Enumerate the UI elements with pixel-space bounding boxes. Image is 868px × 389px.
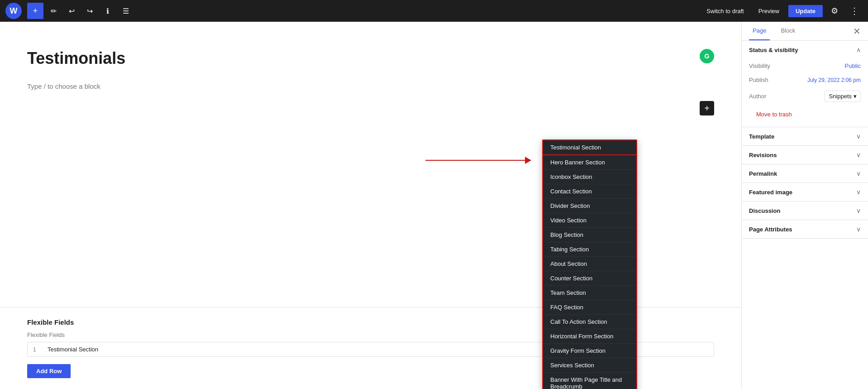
arrow-line bbox=[425, 160, 525, 161]
plus-icon: + bbox=[704, 103, 710, 114]
chevron-down-icon: ∨ bbox=[856, 188, 861, 196]
add-block-button[interactable]: + bbox=[27, 3, 43, 19]
trash-link[interactable]: Move to trash bbox=[749, 107, 861, 121]
featured-image-title: Featured image bbox=[749, 189, 792, 196]
visibility-row: Visibility Public bbox=[742, 59, 868, 73]
redo-button[interactable]: ↪ bbox=[81, 3, 98, 19]
visibility-label: Visibility bbox=[749, 62, 770, 69]
chevron-up-icon: ∧ bbox=[856, 46, 861, 53]
tab-page[interactable]: Page bbox=[749, 22, 770, 40]
featured-image-section: Featured image ∨ bbox=[742, 183, 868, 202]
dropdown-item-tabing[interactable]: Tabing Section bbox=[543, 242, 636, 257]
page-attributes-title: Page Attributes bbox=[749, 226, 792, 233]
chevron-down-icon: ∨ bbox=[856, 133, 861, 140]
sidebar: Page Block ✕ Status & visibility ∧ Visib… bbox=[741, 22, 868, 389]
revisions-header[interactable]: Revisions ∨ bbox=[742, 146, 868, 164]
chevron-down-icon: ▾ bbox=[854, 93, 857, 100]
plus-icon: + bbox=[33, 6, 38, 16]
chevron-down-icon: ∨ bbox=[856, 226, 861, 233]
chevron-down-icon: ∨ bbox=[856, 207, 861, 214]
status-visibility-section: Status & visibility ∧ Visibility Public … bbox=[742, 41, 868, 127]
chevron-down-icon: ∨ bbox=[856, 170, 861, 177]
template-section: Template ∨ bbox=[742, 127, 868, 146]
discussion-title: Discussion bbox=[749, 207, 780, 214]
dropdown-item-iconbox[interactable]: Iconbox Section bbox=[543, 170, 636, 184]
permalink-header[interactable]: Permalink ∨ bbox=[742, 164, 868, 182]
chevron-down-icon: ∨ bbox=[856, 151, 861, 158]
publish-value[interactable]: July 29, 2022 2:06 pm bbox=[807, 77, 861, 83]
dropdown-item-team[interactable]: Team Section bbox=[543, 286, 636, 300]
dropdown-item-gravity-form[interactable]: Gravity Form Section bbox=[543, 344, 636, 358]
wp-logo: W bbox=[5, 3, 22, 19]
tab-block[interactable]: Block bbox=[777, 22, 799, 40]
revisions-section: Revisions ∨ bbox=[742, 146, 868, 164]
permalink-section: Permalink ∨ bbox=[742, 164, 868, 183]
dropdown-menu: Testimonial Section Hero Banner Section … bbox=[542, 139, 637, 389]
preview-button[interactable]: Preview bbox=[753, 5, 785, 17]
add-block-plus-button[interactable]: + bbox=[700, 101, 714, 115]
info-button[interactable]: ℹ bbox=[100, 3, 116, 19]
dropdown-item-cta[interactable]: Call To Action Section bbox=[543, 315, 636, 329]
template-title: Template bbox=[749, 133, 774, 140]
dropdown-item-testimonial[interactable]: Testimonial Section bbox=[543, 140, 636, 155]
more-button[interactable]: ⋮ bbox=[846, 3, 863, 19]
more-icon: ⋮ bbox=[850, 5, 859, 16]
trash-row: Move to trash bbox=[742, 106, 868, 127]
author-dropdown-value: Snippets bbox=[829, 93, 852, 100]
dropdown-item-services[interactable]: Services Section bbox=[543, 358, 636, 373]
list-button[interactable]: ☰ bbox=[118, 3, 134, 19]
dropdown-item-hero-banner[interactable]: Hero Banner Section bbox=[543, 155, 636, 170]
pencil-icon: ✏ bbox=[51, 7, 57, 15]
sidebar-tabs: Page Block ✕ bbox=[742, 22, 868, 41]
discussion-section: Discussion ∨ bbox=[742, 202, 868, 220]
red-arrow bbox=[425, 157, 531, 164]
page-attributes-section: Page Attributes ∨ bbox=[742, 220, 868, 239]
row-label: Testimonial Section bbox=[48, 346, 98, 353]
visibility-value[interactable]: Public bbox=[845, 62, 861, 69]
toolbar-right: Switch to draft Preview Update ⚙ ⋮ bbox=[701, 3, 863, 19]
status-visibility-header[interactable]: Status & visibility ∧ bbox=[742, 41, 868, 59]
grammarly-icon: G bbox=[700, 49, 714, 63]
info-icon: ℹ bbox=[106, 7, 109, 15]
undo-button[interactable]: ↩ bbox=[63, 3, 80, 19]
sidebar-close-button[interactable]: ✕ bbox=[853, 26, 861, 37]
dropdown-item-faq[interactable]: FAQ Section bbox=[543, 300, 636, 315]
list-icon: ☰ bbox=[123, 7, 129, 15]
add-block-placeholder: Type / to choose a block bbox=[27, 82, 100, 90]
dropdown-item-banner-breadcrumb[interactable]: Banner With Page Title and Breadcrumb bbox=[543, 373, 636, 389]
add-block-area[interactable]: Type / to choose a block bbox=[27, 82, 714, 90]
featured-image-header[interactable]: Featured image ∨ bbox=[742, 183, 868, 201]
discussion-header[interactable]: Discussion ∨ bbox=[742, 202, 868, 220]
redo-icon: ↪ bbox=[87, 7, 93, 15]
undo-icon: ↩ bbox=[69, 7, 75, 15]
dropdown-item-about[interactable]: About Section bbox=[543, 257, 636, 271]
dropdown-item-video[interactable]: Video Section bbox=[543, 213, 636, 228]
page-attributes-header[interactable]: Page Attributes ∨ bbox=[742, 220, 868, 238]
update-button[interactable]: Update bbox=[788, 5, 823, 17]
arrow-head bbox=[525, 157, 531, 164]
author-row: Author Snippets ▾ bbox=[742, 87, 868, 106]
template-header[interactable]: Template ∨ bbox=[742, 127, 868, 145]
row-number: 1 bbox=[33, 346, 42, 353]
dropdown-item-divider[interactable]: Divider Section bbox=[543, 199, 636, 213]
page-title[interactable]: Testimonials bbox=[27, 49, 714, 68]
author-label: Author bbox=[749, 93, 766, 100]
publish-row: Publish July 29, 2022 2:06 pm bbox=[742, 73, 868, 87]
status-visibility-title: Status & visibility bbox=[749, 47, 798, 53]
dropdown-item-contact[interactable]: Contact Section bbox=[543, 184, 636, 199]
author-dropdown[interactable]: Snippets ▾ bbox=[825, 91, 861, 102]
pencil-button[interactable]: ✏ bbox=[45, 3, 62, 19]
gear-icon: ⚙ bbox=[831, 6, 838, 16]
switch-draft-button[interactable]: Switch to draft bbox=[701, 5, 749, 17]
dropdown-item-horizontal-form[interactable]: Horizontal Form Section bbox=[543, 329, 636, 344]
publish-label: Publish bbox=[749, 77, 768, 83]
toolbar: W + ✏ ↩ ↪ ℹ ☰ Switch to draft Preview Up… bbox=[0, 0, 868, 22]
close-icon: ✕ bbox=[853, 26, 861, 36]
dropdown-item-counter[interactable]: Counter Section bbox=[543, 271, 636, 286]
permalink-title: Permalink bbox=[749, 170, 777, 177]
add-row-button[interactable]: Add Row bbox=[27, 364, 71, 378]
settings-button[interactable]: ⚙ bbox=[826, 3, 843, 19]
dropdown-item-blog[interactable]: Blog Section bbox=[543, 228, 636, 242]
editor-area: Testimonials Type / to choose a block G … bbox=[0, 22, 741, 389]
main-layout: Testimonials Type / to choose a block G … bbox=[0, 22, 868, 389]
